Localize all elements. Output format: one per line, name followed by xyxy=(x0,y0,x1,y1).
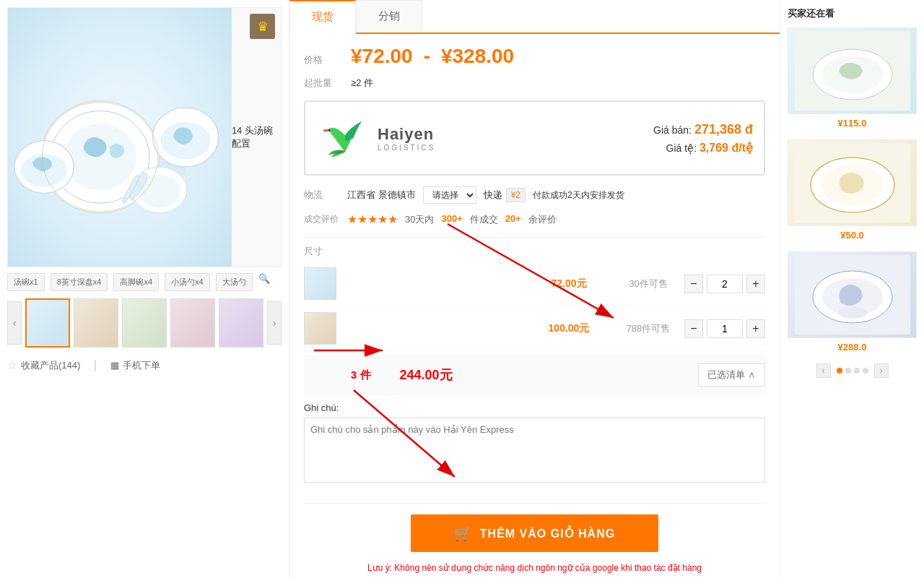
also-viewing-title: 买家还在看 xyxy=(788,7,917,20)
star-icon: ☆ xyxy=(7,358,17,372)
size-thumb-1[interactable] xyxy=(304,267,336,300)
price-end: ¥328.00 xyxy=(441,45,514,68)
side-price-2: ¥50.0 xyxy=(788,230,917,241)
size-label: 尺寸 xyxy=(304,245,340,258)
tag-3[interactable]: 高脚碗x4 xyxy=(113,273,159,291)
tag-5[interactable]: 大汤勺 xyxy=(216,273,253,291)
price-separator: - xyxy=(424,45,430,68)
note-section: Ghi chú: xyxy=(304,395,765,492)
min-order-row: 起批量 ≥2 件 xyxy=(304,77,765,90)
size-thumb-2[interactable] xyxy=(304,312,336,345)
note-textarea[interactable] xyxy=(304,418,765,483)
qty-decrease-2[interactable]: − xyxy=(684,319,703,338)
qty-decrease-1[interactable]: − xyxy=(684,275,703,293)
middle-panel: 现货 分销 价格 ¥72.00 - ¥328.00 起批量 ≥2 件 xyxy=(289,0,780,578)
total-qty: 3 件 xyxy=(351,368,371,382)
side-product-1[interactable]: ¥115.0 xyxy=(788,27,917,129)
favorite-label: 收藏产品(144) xyxy=(21,359,80,372)
size-stock-2: 788件可售 xyxy=(619,322,677,335)
side-product-3[interactable]: ¥288.0 xyxy=(788,251,917,353)
rating-review-count: 20+ xyxy=(505,213,521,226)
side-product-img-2 xyxy=(788,139,917,226)
mobile-icon: ▦ xyxy=(110,360,119,371)
side-dot-1 xyxy=(837,368,842,374)
search-icon[interactable]: 🔍 xyxy=(258,273,270,291)
thumb-3[interactable] xyxy=(122,298,167,348)
side-dots xyxy=(837,368,868,374)
haiyen-bird-icon xyxy=(316,113,374,163)
product-tabs: 现货 分销 xyxy=(289,0,780,34)
thumbnail-row: ‹ › xyxy=(7,298,282,348)
total-amount: 244.00元 xyxy=(400,366,453,384)
price-row: 价格 ¥72.00 - ¥328.00 xyxy=(304,45,765,68)
side-next-btn[interactable]: › xyxy=(874,363,889,378)
right-panel: 买家还在看 ¥115.0 xyxy=(780,0,924,578)
size-section: 尺寸 72.00元 30件可售 − + xyxy=(304,237,765,395)
add-to-cart-btn[interactable]: 🛒 THÊM VÀO GIỎ HÀNG xyxy=(411,514,658,552)
side-img-svg-1 xyxy=(795,31,910,111)
tab-instock[interactable]: 现货 xyxy=(289,0,356,34)
side-price-1: ¥115.0 xyxy=(788,118,917,129)
rating-review-label: 余评价 xyxy=(528,213,557,226)
side-product-2[interactable]: ¥50.0 xyxy=(788,139,917,241)
side-price-3: ¥288.0 xyxy=(788,342,917,353)
side-nav: ‹ › xyxy=(788,363,917,378)
thumb-4[interactable] xyxy=(170,298,215,348)
thumb-5[interactable] xyxy=(219,298,263,348)
side-dot-3 xyxy=(854,368,860,374)
qty-increase-1[interactable]: + xyxy=(746,275,765,293)
cart-warning: Lưu ý: Không nên sử dụng chức năng dịch … xyxy=(367,563,702,573)
haiyen-text: Haiyen LOGISTICS xyxy=(378,125,435,152)
price-label: 价格 xyxy=(304,53,340,66)
price-start: ¥72.00 xyxy=(351,45,413,68)
product-title-overlay: 14 头汤碗配置 xyxy=(232,124,281,150)
bottom-actions: ☆ 收藏产品(144) ▦ 手机下单 xyxy=(7,358,282,372)
min-order-label: 起批量 xyxy=(304,77,340,90)
logistics-express: 快递 ¥2 xyxy=(484,188,526,202)
main-product-image: 14 头汤碗配置 ♛ xyxy=(7,7,282,267)
size-price-2: 100.00元 xyxy=(526,322,612,335)
size-row-2: 100.00元 788件可售 − + xyxy=(304,306,765,351)
mobile-order-label: 手机下单 xyxy=(123,359,160,372)
logistics-region-select[interactable]: 请选择 xyxy=(423,186,476,204)
mobile-order-btn[interactable]: ▦ 手机下单 xyxy=(110,359,160,372)
unit-label: Giá tệ: xyxy=(666,142,697,154)
left-panel: 14 头汤碗配置 ♛ 汤碗x1 8英寸深盘x4 高脚碗x4 小汤勺x4 大汤勺 … xyxy=(0,0,289,578)
size-stock-1: 30件可售 xyxy=(619,277,677,290)
express-label: 快递 xyxy=(484,189,502,202)
size-row-1: 72.00元 30件可售 − + xyxy=(304,262,765,306)
side-prev-btn[interactable]: ‹ xyxy=(816,363,831,378)
rating-days: 30天内 xyxy=(405,213,434,226)
thumb-next-btn[interactable]: › xyxy=(267,301,282,345)
qty-control-1: − + xyxy=(684,275,765,293)
tag-4[interactable]: 小汤勺x4 xyxy=(165,273,210,291)
side-img-svg-3 xyxy=(795,255,910,335)
cart-icon: 🛒 xyxy=(454,525,473,542)
haiyen-logo: Haiyen LOGISTICS xyxy=(316,113,435,163)
tag-1[interactable]: 汤碗x1 xyxy=(7,273,45,291)
qty-input-1[interactable] xyxy=(707,275,743,293)
side-dot-2 xyxy=(845,368,851,374)
product-tags: 汤碗x1 8英寸深盘x4 高脚碗x4 小汤勺x4 大汤勺 🔍 xyxy=(7,273,282,291)
express-price: ¥2 xyxy=(506,188,526,202)
thumb-prev-btn[interactable]: ‹ xyxy=(7,301,22,345)
rating-count-label: 件成交 xyxy=(470,213,498,226)
qty-increase-2[interactable]: + xyxy=(746,319,765,338)
store-logo: ♛ xyxy=(250,14,275,39)
svg-point-21 xyxy=(838,307,867,319)
rating-label: 成交评价 xyxy=(304,214,340,225)
side-dot-4 xyxy=(863,368,868,374)
favorite-btn[interactable]: ☆ 收藏产品(144) xyxy=(7,358,80,372)
sale-price-value: 271,368 đ xyxy=(694,122,753,137)
thumb-2[interactable] xyxy=(74,298,118,348)
tag-2[interactable]: 8英寸深盘x4 xyxy=(51,273,108,291)
qty-input-2[interactable] xyxy=(707,319,743,338)
rating-count: 300+ xyxy=(441,213,462,226)
thumb-1[interactable] xyxy=(25,298,70,348)
selected-list-btn[interactable]: 已选清单 ∧ xyxy=(698,363,765,387)
logistics-location: 江西省 景德镇市 xyxy=(347,189,416,202)
haiyen-prices: Giá bán: 271,368 đ Giá tệ: 3,769 đ/tệ xyxy=(653,122,753,155)
note-label: Ghi chú: xyxy=(304,402,765,413)
tab-distribution[interactable]: 分销 xyxy=(356,0,422,33)
side-img-svg-2 xyxy=(795,143,910,223)
